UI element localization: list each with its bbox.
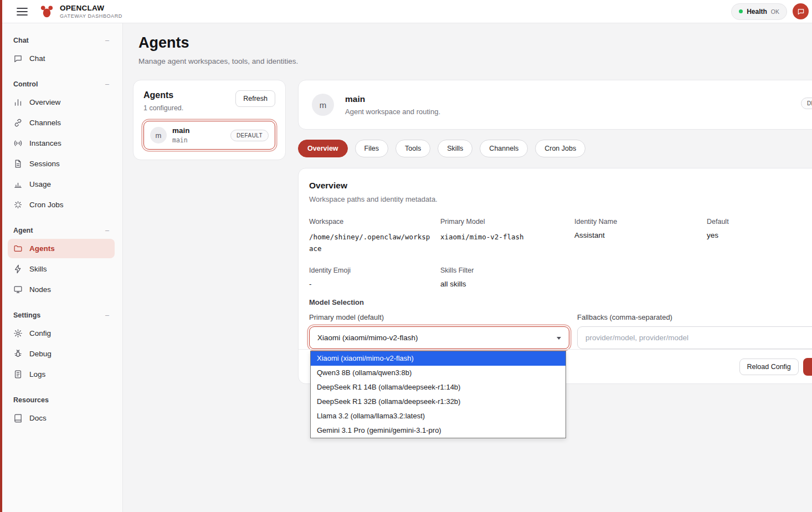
section-header-chat: Chat – xyxy=(8,35,115,49)
file-icon xyxy=(13,159,23,168)
app-window: OPENCLAW GATEWAY DASHBOARD Health OK Cha… xyxy=(0,0,812,512)
health-label: Health xyxy=(747,8,767,16)
agents-card-header: Agents 1 configured. Refresh xyxy=(143,90,275,112)
section-title: Control xyxy=(13,80,38,88)
collapse-section-icon[interactable]: – xyxy=(105,80,109,88)
primary-model-label: Primary model (default) xyxy=(309,313,569,321)
field-value: - xyxy=(309,280,440,288)
sidebar-item-label: Logs xyxy=(29,370,45,378)
content-row: Agents 1 configured. Refresh m main main… xyxy=(133,80,812,384)
sidebar-item-docs[interactable]: Docs xyxy=(8,408,115,428)
main-content: Agents Manage agent workspaces, tools, a… xyxy=(123,23,812,512)
agent-list-item-main[interactable]: m main main DEFAULT xyxy=(143,121,275,150)
fallbacks-label: Fallbacks (comma-separated) xyxy=(577,313,812,321)
section-title: Resources xyxy=(13,396,49,404)
field-identity-name: Identity Name Assistant xyxy=(574,218,707,254)
sidebar-item-config[interactable]: Config xyxy=(8,324,115,343)
section-header-resources: Resources xyxy=(8,395,115,408)
sidebar-item-debug[interactable]: Debug xyxy=(8,344,115,363)
sidebar-item-skills[interactable]: Skills xyxy=(8,259,115,279)
agents-list-card: Agents 1 configured. Refresh m main main… xyxy=(133,80,286,160)
sidebar-item-chat[interactable]: Chat xyxy=(8,49,115,68)
section-header-control: Control – xyxy=(8,79,115,93)
collapse-section-icon[interactable]: – xyxy=(105,311,109,319)
sidebar-section-chat: Chat – Chat xyxy=(8,35,115,68)
model-selection-row: Primary model (default) Xiaomi (xiaomi/m… xyxy=(309,313,812,349)
sidebar-item-label: Usage xyxy=(29,180,51,188)
overview-panel: Overview Workspace paths and identity me… xyxy=(298,168,812,384)
sidebar-section-control: Control – Overview Channels Instances Se… xyxy=(8,79,115,214)
sidebar-item-channels[interactable]: Channels xyxy=(8,113,115,132)
topbar: OPENCLAW GATEWAY DASHBOARD Health OK xyxy=(0,0,812,23)
field-label: Identity Emoji xyxy=(309,267,440,274)
page-header: Agents Manage agent workspaces, tools, a… xyxy=(138,34,812,65)
field-value: Assistant xyxy=(574,231,707,239)
overview-title: Overview xyxy=(309,181,812,191)
bug-icon xyxy=(13,349,23,359)
bolt-icon xyxy=(13,264,23,274)
default-badge: DEFAULT xyxy=(230,130,269,141)
fallbacks-column: Fallbacks (comma-separated) xyxy=(577,313,812,349)
section-title: Agent xyxy=(13,227,33,234)
model-option[interactable]: DeepSeek R1 14B (ollama/deepseek-r1:14b) xyxy=(311,380,566,395)
agent-detail-header-card: m main Agent workspace and routing. DEFA… xyxy=(298,80,812,130)
sidebar-item-label: Sessions xyxy=(29,160,60,168)
usage-chart-icon xyxy=(13,180,23,189)
chat-bubble-button[interactable] xyxy=(793,3,809,19)
avatar: m xyxy=(150,127,167,144)
section-title: Chat xyxy=(13,37,29,44)
agent-detail-name: main xyxy=(345,94,440,104)
field-identity-emoji: Identity Emoji - xyxy=(309,267,440,288)
sidebar-item-nodes[interactable]: Nodes xyxy=(8,280,115,299)
sidebar-item-label: Docs xyxy=(29,414,47,422)
agent-item-text: main main xyxy=(172,126,190,144)
sidebar-item-agents[interactable]: Agents xyxy=(8,239,115,258)
tab-channels[interactable]: Channels xyxy=(480,140,528,157)
primary-model-select[interactable]: Xiaomi (xiaomi/mimo-v2-flash) xyxy=(309,326,569,349)
collapse-section-icon[interactable]: – xyxy=(105,227,109,234)
collapse-section-icon[interactable]: – xyxy=(105,37,109,44)
agent-detail-description: Agent workspace and routing. xyxy=(345,107,440,116)
refresh-button[interactable]: Refresh xyxy=(235,90,275,107)
sidebar-item-label: Debug xyxy=(29,350,52,358)
sidebar-section-resources: Resources Docs xyxy=(8,395,115,428)
sidebar-item-label: Agents xyxy=(29,244,55,253)
sidebar-item-cron-jobs[interactable]: Cron Jobs xyxy=(8,195,115,214)
overview-subtitle: Workspace paths and identity metadata. xyxy=(309,195,812,203)
edge-accent-strip xyxy=(0,0,2,512)
tab-overview[interactable]: Overview xyxy=(298,140,348,157)
menu-button[interactable] xyxy=(17,7,28,16)
sidebar-item-label: Overview xyxy=(29,98,60,106)
chat-icon xyxy=(13,54,23,63)
reload-config-button[interactable]: Reload Config xyxy=(739,359,799,375)
tab-skills[interactable]: Skills xyxy=(438,140,472,157)
bar-chart-icon xyxy=(13,98,23,107)
sidebar-item-overview[interactable]: Overview xyxy=(8,93,115,112)
sidebar-section-agent: Agent – Agents Skills Nodes xyxy=(8,226,115,299)
field-label: Identity Name xyxy=(574,218,707,226)
tab-files[interactable]: Files xyxy=(355,140,388,157)
save-button[interactable]: Save xyxy=(803,358,812,376)
sidebar-item-logs[interactable]: Logs xyxy=(8,365,115,384)
sidebar-item-label: Config xyxy=(29,329,51,337)
sidebar-item-usage[interactable]: Usage xyxy=(8,175,115,194)
agent-detail-title-block: main Agent workspace and routing. xyxy=(345,94,440,116)
page-subtitle: Manage agent workspaces, tools, and iden… xyxy=(138,57,812,65)
fallbacks-input[interactable] xyxy=(577,326,812,349)
cron-icon xyxy=(13,200,23,209)
book-icon xyxy=(13,413,23,423)
field-value: xiaomi/mimo-v2-flash xyxy=(440,231,574,243)
primary-model-dropdown: Xiaomi (xiaomi/mimo-v2-flash) Qwen3 8B (… xyxy=(310,351,566,438)
model-option[interactable]: DeepSeek R1 32B (ollama/deepseek-r1:32b) xyxy=(311,395,566,409)
model-option[interactable]: Qwen3 8B (ollama/qwen3:8b) xyxy=(311,366,566,380)
model-option[interactable]: Llama 3.2 (ollama/llama3.2:latest) xyxy=(311,409,566,423)
folder-icon xyxy=(13,244,23,253)
field-label: Workspace xyxy=(309,218,440,226)
model-option[interactable]: Gemini 3.1 Pro (gemini/gemini-3.1-pro) xyxy=(311,423,566,438)
field-value: yes xyxy=(707,231,812,239)
sidebar-item-instances[interactable]: Instances xyxy=(8,134,115,153)
model-option[interactable]: Xiaomi (xiaomi/mimo-v2-flash) xyxy=(311,351,566,366)
sidebar-item-sessions[interactable]: Sessions xyxy=(8,154,115,173)
tab-tools[interactable]: Tools xyxy=(395,140,430,157)
tab-cron-jobs[interactable]: Cron Jobs xyxy=(535,140,585,157)
